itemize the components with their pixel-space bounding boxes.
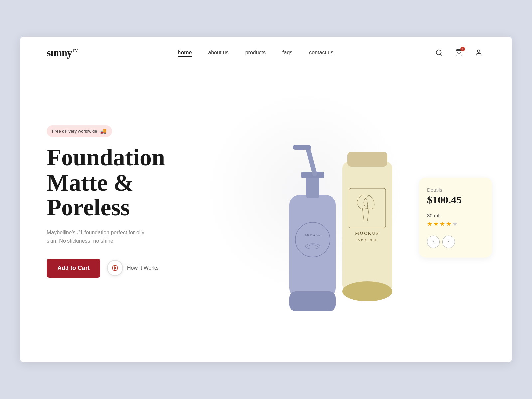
cart-badge: 1: [460, 47, 465, 51]
logo-tm: TM: [72, 48, 78, 53]
star-2: ★: [433, 220, 439, 228]
star-4: ★: [446, 220, 451, 228]
header-icons: 1: [432, 46, 485, 59]
hero-actions: Add to Cart How It Works: [47, 259, 186, 278]
user-button[interactable]: [472, 46, 485, 59]
play-triangle-icon: [114, 266, 117, 270]
hero-title-line1: Foundation: [47, 144, 165, 171]
hero-title: Foundation Matte & Poreless: [47, 145, 186, 220]
play-inner: [112, 265, 118, 271]
svg-text:MOCKUP: MOCKUP: [305, 233, 321, 237]
cart-button[interactable]: 1: [452, 46, 466, 59]
logo-text: sunny: [47, 47, 72, 59]
header: sunnyTM home about us products faqs cont…: [20, 37, 512, 68]
main-nav: home about us products faqs contact us: [178, 50, 333, 56]
svg-point-19: [342, 281, 392, 301]
svg-text:DESIGN: DESIGN: [358, 239, 377, 242]
hero-left: Free delivery worldwide 🚚 Foundation Mat…: [47, 75, 186, 315]
nav-about[interactable]: about us: [208, 50, 228, 56]
product-price: $100.45: [427, 194, 484, 206]
star-rating: ★ ★ ★ ★ ★: [427, 220, 484, 228]
hero-title-line3: Poreless: [47, 194, 130, 221]
user-icon: [475, 49, 482, 56]
star-5: ★: [452, 220, 458, 228]
nav-home[interactable]: home: [178, 50, 192, 56]
svg-rect-4: [306, 175, 319, 198]
how-it-works-button[interactable]: How It Works: [107, 260, 159, 276]
product-volume: 30 mL: [427, 213, 484, 218]
svg-rect-12: [342, 162, 392, 291]
star-1: ★: [427, 220, 432, 228]
delivery-badge: Free delivery worldwide 🚚: [47, 125, 112, 137]
hero-title-line2: Matte &: [47, 169, 134, 196]
browser-window: sunnyTM home about us products faqs cont…: [20, 37, 512, 362]
svg-point-0: [436, 50, 441, 55]
how-it-works-label: How It Works: [127, 265, 159, 271]
hero-section: Free delivery worldwide 🚚 Foundation Mat…: [20, 68, 512, 334]
logo[interactable]: sunnyTM: [47, 47, 78, 59]
play-circle: [107, 260, 123, 276]
product-bottles-svg: MOCKUP MOCKUP: [269, 128, 396, 315]
delivery-badge-text: Free delivery worldwide: [52, 129, 97, 134]
svg-rect-13: [347, 152, 387, 167]
product-image: MOCKUP MOCKUP: [269, 115, 402, 315]
nav-faqs[interactable]: faqs: [282, 50, 292, 56]
hero-description: Maybelline's #1 foundation perfect for o…: [47, 228, 153, 245]
details-label: Details: [427, 187, 484, 193]
prev-arrow-button[interactable]: ‹: [427, 236, 440, 248]
svg-rect-11: [289, 291, 336, 311]
card-nav-arrows: ‹ ›: [427, 236, 484, 248]
nav-contact[interactable]: contact us: [309, 50, 333, 56]
star-3: ★: [440, 220, 445, 228]
next-arrow-button[interactable]: ›: [442, 236, 455, 248]
delivery-emoji: 🚚: [100, 128, 107, 134]
product-detail-card: Details $100.45 30 mL ★ ★ ★ ★ ★ ‹ ›: [419, 178, 492, 258]
search-icon: [435, 49, 443, 56]
svg-text:MOCKUP: MOCKUP: [355, 231, 380, 236]
add-to-cart-button[interactable]: Add to Cart: [47, 259, 100, 278]
svg-rect-7: [293, 145, 311, 150]
svg-rect-3: [289, 195, 336, 298]
svg-point-2: [477, 50, 480, 52]
search-button[interactable]: [432, 46, 446, 59]
nav-products[interactable]: products: [245, 50, 266, 56]
